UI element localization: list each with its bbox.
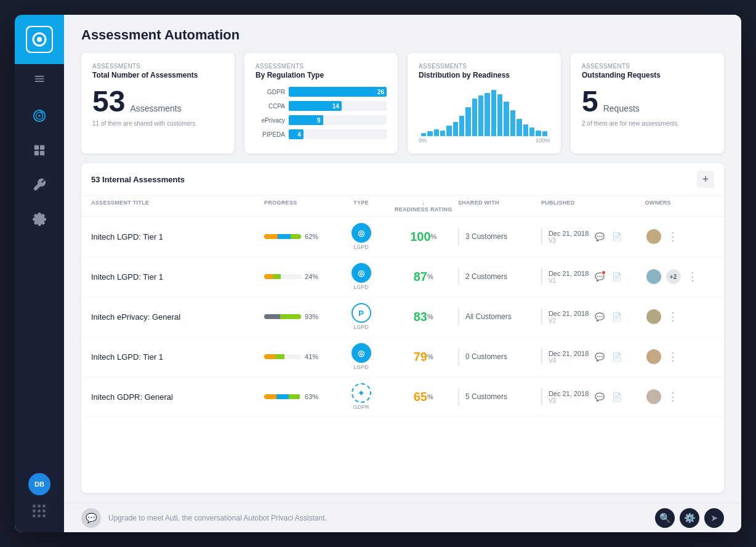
regulation-bar-row: PIPEDA 4 [255,129,387,139]
published-cell: Dec 21, 2018 V3 💬 📄 [541,388,645,405]
table-row[interactable]: Initech LGPD: Tier 1 62% ◎ LGPD 100 % 3 … [81,217,724,257]
pub-date: Dec 21, 2018 [549,270,589,277]
readiness-pct: % [427,273,433,280]
document-icon-button[interactable]: 📄 [609,229,624,244]
comment-icon-button[interactable]: 💬 [592,389,607,404]
document-icon-button[interactable]: 📄 [609,389,624,404]
bar-track: 14 [289,101,387,111]
pub-icons: 💬 📄 [592,389,624,404]
pub-date: Dec 21, 2018 [549,350,589,357]
page-header: Assessment Automation [64,15,741,53]
sidebar: DB [15,15,64,532]
progress-segment [280,314,301,319]
stat-card-outstanding: Assessments Outstanding Requests 5 Reque… [571,53,724,153]
sidebar-item-settings[interactable] [15,202,64,237]
comment-icon-button[interactable]: 💬 [592,309,607,324]
progress-percent: 63% [305,393,318,400]
dist-bar [465,107,470,136]
stat-card-title-reg: By Regulation Type [255,71,387,79]
readiness-number: 65 [414,390,427,404]
progress-segment [289,394,300,399]
sidebar-item-dashboard[interactable] [15,133,64,168]
progress-segment [264,274,273,279]
owner-more-badge: +2 [665,268,682,285]
pub-date: Dec 21, 2018 [549,230,589,237]
col-head-title: Assessment Title [91,200,264,213]
progress-track [264,234,301,239]
type-cell: ✦ GDPR [334,383,389,410]
bar-value: 26 [377,89,384,95]
column-headers: Assessment Title Progress Type ↓ Readine… [81,196,724,217]
dist-bar [542,131,547,136]
bar-fill: 26 [289,87,387,97]
type-cell: ◎ LGPD [334,343,389,370]
readiness-number: 100 [410,230,430,244]
row-menu-button[interactable]: ⋮ [665,350,681,363]
type-icon: ✦ [352,383,371,403]
bottom-bar: 💬 Upgrade to meet Auti, the conversation… [64,503,741,532]
stat-card-distribution: Assessments Distribution by Readiness 0%… [408,53,561,153]
readiness-cell: 65 % [389,390,458,404]
navigate-bottom-button[interactable]: ➤ [704,508,724,528]
pub-icons: 💬 📄 [592,269,624,284]
dist-bar [446,126,451,136]
dist-bar [478,95,483,136]
search-bottom-button[interactable]: 🔍 [655,508,675,528]
bar-track: 9 [289,115,387,125]
dist-bar [421,133,426,136]
table-row[interactable]: Initech LGPD: Tier 1 41% ◎ LGPD 79 % 0 C… [81,337,724,377]
owner-avatar [645,308,662,325]
user-avatar[interactable]: DB [28,473,50,495]
shared-text: 2 Customers [465,272,507,281]
add-assessment-button[interactable]: + [697,171,714,188]
document-icon-button[interactable]: 📄 [609,349,624,364]
comment-icon-button[interactable]: 💬 [592,229,607,244]
stat-card-title-total: Total Number of Assessments [92,71,223,79]
filter-bottom-button[interactable]: ⚙️ [680,508,699,528]
row-menu-button[interactable]: ⋮ [665,310,681,323]
owners-cell: ⋮ [645,308,714,325]
table-row[interactable]: Initech LGPD: Tier 1 24% ◎ LGPD 87 % 2 C… [81,257,724,297]
bar-fill: 4 [289,129,304,139]
sidebar-nav [15,94,64,473]
outstanding-number: 5 [582,87,598,116]
table-row[interactable]: Initech ePrivacy: General 93% P LGPD 83 … [81,297,724,337]
row-menu-button[interactable]: ⋮ [665,230,681,243]
logo-icon [26,26,53,53]
svg-rect-3 [35,76,44,77]
pub-version: V1 [549,277,589,284]
readiness-cell: 83 % [389,310,458,324]
pub-info: Dec 21, 2018 V3 [549,230,589,244]
row-menu-button[interactable]: ⋮ [665,390,681,403]
progress-segment [264,314,280,319]
menu-toggle-button[interactable] [15,64,64,94]
progress-track [264,354,301,359]
dist-bar [517,119,521,136]
comment-icon-button[interactable]: 💬 [592,269,607,284]
shared-text: 0 Customers [465,352,507,361]
owner-avatar [645,388,662,405]
progress-segment [276,394,289,399]
readiness-pct: % [427,353,433,360]
shared-cell: 0 Customers [458,348,541,365]
shared-cell: 3 Customers [458,228,541,245]
row-menu-button[interactable]: ⋮ [685,270,701,283]
regulation-bar-chart: GDPR 26 CCPA 14 ePrivacy 9 PIPEDA 4 [255,87,387,139]
sidebar-logo[interactable] [15,15,64,64]
document-icon-button[interactable]: 📄 [609,309,624,324]
pub-version: V4 [549,357,589,364]
table-row[interactable]: Initech GDPR: General 63% ✦ GDPR 65 % 5 … [81,377,724,417]
shared-divider [458,388,459,405]
outstanding-unit: Requests [603,103,640,113]
progress-cell: 93% [264,313,333,320]
sidebar-item-tools[interactable] [15,168,64,202]
document-icon-button[interactable]: 📄 [609,269,624,284]
bar-track: 26 [289,87,387,97]
sidebar-item-radar[interactable] [15,99,64,133]
published-divider [541,348,542,365]
apps-grid-button[interactable] [28,500,50,522]
shared-cell: All Customers [458,308,541,325]
owners-cell: ⋮ [645,228,714,245]
comment-icon-button[interactable]: 💬 [592,349,607,364]
distribution-chart [419,87,550,136]
